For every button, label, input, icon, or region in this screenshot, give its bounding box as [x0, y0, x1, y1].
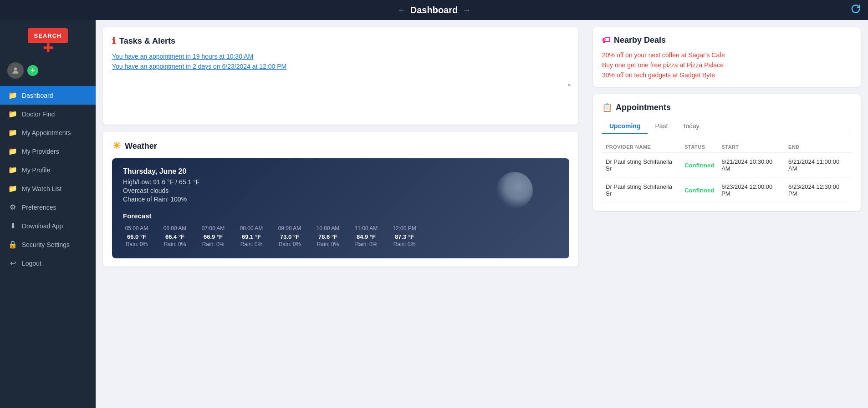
- forecast-time: 08:00 AM: [238, 225, 265, 232]
- sidebar-item-my-profile[interactable]: 📁 My Profile: [0, 161, 96, 179]
- sidebar-nav: 📁 Dashboard📁 Doctor Find📁 My Appointment…: [0, 86, 96, 401]
- appt-end: 6/21/2024 11:00:00 AM: [785, 153, 852, 178]
- forecast-rain: Rain: 0%: [161, 241, 189, 247]
- appt-status: Confirmed: [681, 178, 718, 203]
- forecast-rain: Rain: 0%: [238, 241, 265, 247]
- left-column: ℹ Tasks & Alerts You have an appointment…: [96, 20, 586, 408]
- appt-col-end: END: [785, 141, 852, 153]
- deal-item[interactable]: 30% off on tech gadgets at Gadget Byte: [602, 71, 852, 79]
- nav-icon-dashboard: 📁: [8, 91, 17, 100]
- forecast-rain: Rain: 0%: [314, 241, 342, 247]
- forecast-time: 10:00 AM: [314, 225, 342, 232]
- right-column: 🏷 Nearby Deals 20% off on your next coff…: [586, 20, 868, 408]
- forecast-rain: Rain: 0%: [391, 241, 418, 247]
- back-arrow-icon[interactable]: ←: [398, 5, 406, 15]
- tasks-list: You have an appointment in 19 hours at 1…: [112, 53, 569, 70]
- forecast-temp: 66.0 °F: [123, 233, 150, 240]
- appt-start: 6/23/2024 12:00:00 PM: [718, 178, 785, 203]
- avatar-row: +: [0, 59, 96, 86]
- weather-rain: Chance of Rain: 100%: [123, 196, 558, 203]
- forecast-temp: 66.9 °F: [199, 233, 227, 240]
- forecast-item: 08:00 AM 69.1 °F Rain: 0%: [238, 225, 265, 247]
- nav-label-logout: Logout: [22, 260, 41, 267]
- forecast-rain: Rain: 0%: [352, 241, 380, 247]
- forecast-title: Forecast: [123, 212, 558, 220]
- task-link[interactable]: You have an appointment in 2 days on 6/2…: [112, 63, 569, 70]
- logo-cross-icon: ✚: [43, 43, 53, 53]
- forecast-temp: 66.4 °F: [161, 233, 189, 240]
- nav-label-download-app: Download App: [22, 222, 63, 230]
- svg-point-0: [14, 68, 17, 71]
- appt-end: 6/23/2024 12:30:00 PM: [785, 178, 852, 203]
- forecast-temp: 84.9 °F: [352, 233, 380, 240]
- logo-area: SEARCH ✚: [0, 20, 96, 59]
- forecast-item: 05:00 AM 66.0 °F Rain: 0%: [123, 225, 150, 247]
- nav-icon-doctor-find: 📁: [8, 110, 17, 118]
- forecast-time: 09:00 AM: [276, 225, 303, 232]
- sidebar-item-my-appointments[interactable]: 📁 My Appointments: [0, 123, 96, 142]
- add-profile-button[interactable]: +: [27, 65, 38, 76]
- forward-arrow-icon[interactable]: →: [462, 5, 470, 15]
- appointments-card: 📋 Appointments UpcomingPastToday PROVIDE…: [593, 94, 861, 211]
- sidebar-item-logout[interactable]: ↩ Logout: [0, 254, 96, 272]
- nav-label-doctor-find: Doctor Find: [22, 111, 55, 118]
- appt-tab-past[interactable]: Past: [648, 119, 675, 134]
- forecast-temp: 69.1 °F: [238, 233, 265, 240]
- appt-provider: Dr Paul string Schifanella Sr: [602, 178, 681, 203]
- forecast-item: 10:00 AM 78.6 °F Rain: 0%: [314, 225, 342, 247]
- status-badge: Confirmed: [684, 187, 714, 194]
- tasks-alerts-card: ℹ Tasks & Alerts You have an appointment…: [103, 27, 578, 125]
- nearby-deals-title: 🏷 Nearby Deals: [602, 35, 852, 45]
- sidebar-item-dashboard[interactable]: 📁 Dashboard: [0, 86, 96, 105]
- nav-label-security-settings: Security Settings: [22, 241, 70, 248]
- appointments-title-text: Appointments: [616, 103, 671, 112]
- appt-tab-today[interactable]: Today: [675, 119, 706, 134]
- refresh-icon[interactable]: [851, 4, 861, 16]
- forecast-scroll[interactable]: 05:00 AM 66.0 °F Rain: 0%06:00 AM 66.4 °…: [123, 225, 558, 251]
- weather-condition: Overcast clouds: [123, 187, 558, 194]
- forecast-time: 06:00 AM: [161, 225, 189, 232]
- forecast-time: 11:00 AM: [352, 225, 380, 232]
- avatar[interactable]: [7, 62, 24, 79]
- task-link[interactable]: You have an appointment in 19 hours at 1…: [112, 53, 569, 60]
- deal-item[interactable]: 20% off on your next coffee at Sagar's C…: [602, 51, 852, 59]
- sidebar-item-security-settings[interactable]: 🔒 Security Settings: [0, 235, 96, 254]
- appt-tab-upcoming[interactable]: Upcoming: [602, 119, 648, 134]
- tasks-title-text: Tasks & Alerts: [119, 36, 175, 46]
- forecast-item: 06:00 AM 66.4 °F Rain: 0%: [161, 225, 189, 247]
- nearby-deals-title-text: Nearby Deals: [614, 35, 666, 45]
- tasks-icon: ℹ: [112, 35, 116, 46]
- appt-provider: Dr Paul string Schifanella Sr: [602, 153, 681, 178]
- appt-col-provider-name: PROVIDER NAME: [602, 141, 681, 153]
- deals-icon: 🏷: [602, 35, 610, 45]
- nav-label-my-appointments: My Appointments: [22, 129, 71, 136]
- forecast-temp: 87.3 °F: [391, 233, 418, 240]
- weather-date: Thursday, June 20: [123, 167, 558, 176]
- nav-label-my-profile: My Profile: [22, 166, 50, 174]
- main-layout: SEARCH ✚ + 📁 Dashboard📁 Doctor Find📁 My …: [0, 20, 868, 408]
- sidebar-item-my-providers[interactable]: 📁 My Providers: [0, 142, 96, 161]
- content-area: ℹ Tasks & Alerts You have an appointment…: [96, 20, 868, 408]
- sidebar-item-doctor-find[interactable]: 📁 Doctor Find: [0, 105, 96, 123]
- appt-col-start: START: [718, 141, 785, 153]
- appointments-tabs: UpcomingPastToday: [602, 119, 852, 134]
- weather-moon-visual: [496, 172, 533, 208]
- nav-icon-preferences: ⚙: [8, 203, 17, 212]
- appointments-table: PROVIDER NAMESTATUSSTARTEND Dr Paul stri…: [602, 141, 852, 203]
- forecast-time: 12:00 PM: [391, 225, 418, 232]
- appt-icon: 📋: [602, 102, 612, 112]
- sidebar-item-my-watch-list[interactable]: 📁 My Watch List: [0, 179, 96, 198]
- topbar-title-group: ← Dashboard →: [398, 5, 470, 15]
- forecast-time: 05:00 AM: [123, 225, 150, 232]
- nav-icon-security-settings: 🔒: [8, 240, 17, 249]
- forecast-temp: 78.6 °F: [314, 233, 342, 240]
- appt-status: Confirmed: [681, 153, 718, 178]
- sidebar-item-preferences[interactable]: ⚙ Preferences: [0, 198, 96, 217]
- nav-label-preferences: Preferences: [22, 204, 56, 211]
- nav-icon-my-appointments: 📁: [8, 128, 17, 137]
- sidebar-item-download-app[interactable]: ⬇ Download App: [0, 217, 96, 235]
- weather-card: ☀ Weather Thursday, June 20 High/Low: 91…: [103, 132, 578, 267]
- nav-icon-download-app: ⬇: [8, 222, 17, 230]
- forecast-item: 12:00 PM 87.3 °F Rain: 0%: [391, 225, 418, 247]
- deal-item[interactable]: Buy one get one free pizza at Pizza Pala…: [602, 61, 852, 69]
